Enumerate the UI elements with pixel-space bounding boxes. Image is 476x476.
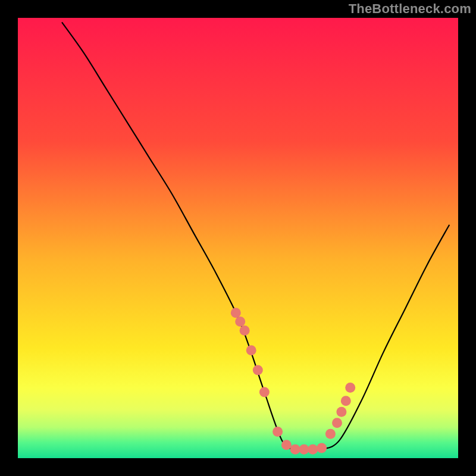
marker-dot [345,383,355,393]
marker-dot [299,444,309,455]
marker-dot [235,317,245,327]
attribution-text: TheBottleneck.com [349,1,471,17]
bottleneck-chart [0,0,476,476]
marker-dot [290,444,300,455]
marker-dot [341,396,351,406]
marker-dot [317,443,327,453]
marker-dot [246,345,256,355]
marker-dot [281,440,292,450]
marker-dot [259,387,270,397]
marker-dot [253,365,263,375]
marker-dot [273,427,283,437]
marker-dot [240,325,250,336]
gradient-background [18,18,458,458]
marker-dot [308,444,318,455]
marker-dot [325,429,336,439]
marker-dot [336,407,346,417]
marker-dot [332,418,342,428]
marker-dot [231,308,241,318]
chart-stage: TheBottleneck.com [0,0,476,476]
